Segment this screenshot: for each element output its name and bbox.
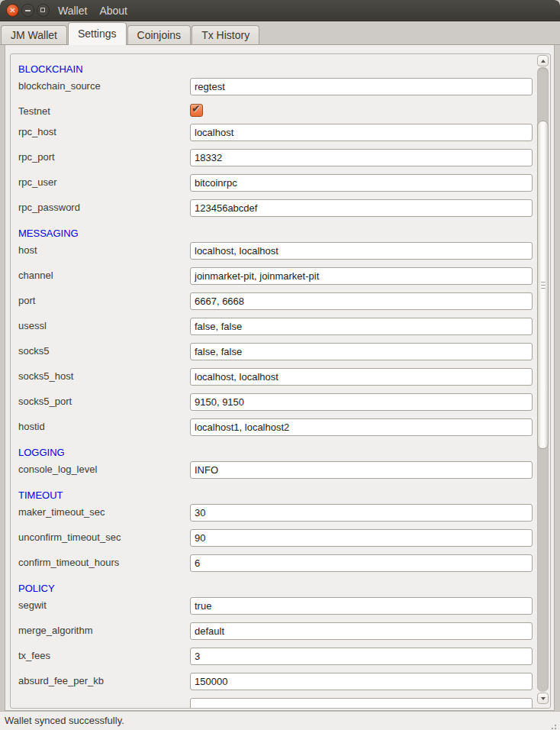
settings-row-socks5: socks5 — [18, 343, 537, 368]
settings-row-maker-timeout-sec: maker_timeout_sec — [18, 504, 537, 529]
settings-row-usessl: usessl — [18, 318, 537, 343]
triangle-down-icon — [541, 697, 546, 700]
field-label: console_log_level — [18, 461, 190, 478]
field-label: socks5 — [18, 343, 190, 360]
field-label: channel — [18, 267, 190, 284]
section-header-timeout: TIMEOUT — [18, 486, 537, 504]
settings-row-rpc-port: rpc_port — [18, 149, 537, 174]
field-input-segwit[interactable] — [190, 597, 533, 615]
settings-row-port: port — [18, 292, 537, 318]
settings-row-socks5-port: socks5_port — [18, 393, 537, 418]
scroll-up-button[interactable] — [537, 55, 549, 66]
field-label: absurd_fee_per_kb — [18, 673, 190, 690]
checkmark-icon: ✔ — [191, 102, 201, 115]
field-label: rpc_host — [18, 124, 190, 141]
field-input-hostid[interactable] — [190, 418, 533, 436]
settings-row-socks5-host: socks5_host — [18, 368, 537, 393]
maximize-button[interactable] — [37, 4, 50, 17]
section-header-blockchain: BLOCKCHAIN — [18, 60, 537, 78]
scroll-down-button[interactable] — [537, 693, 549, 704]
close-icon: ✕ — [7, 5, 18, 16]
resize-grip-icon[interactable] — [555, 725, 556, 726]
field-label: Testnet — [18, 103, 190, 120]
menu-wallet[interactable]: Wallet — [58, 5, 87, 17]
field-label: socks5_host — [18, 368, 190, 385]
close-button[interactable]: ✕ — [6, 4, 19, 17]
vertical-scrollbar[interactable] — [537, 55, 549, 707]
status-bar: Wallet synced successfully. — [0, 711, 560, 730]
field-input-absurd-fee-per-kb[interactable] — [190, 673, 533, 690]
tab-coinjoins[interactable]: Coinjoins — [127, 25, 191, 44]
scrollbar-track[interactable] — [537, 67, 549, 692]
settings-scroll-area: BLOCKCHAINblockchain_sourceTestnet✔rpc_h… — [10, 53, 551, 709]
field-label: rpc_port — [18, 149, 190, 166]
field-label: socks5_port — [18, 393, 190, 410]
field-label: hostid — [18, 418, 190, 435]
minimize-button[interactable] — [21, 4, 34, 17]
field-input-channel[interactable] — [190, 267, 533, 285]
field-label: blockchain_source — [18, 78, 190, 95]
settings-pane: BLOCKCHAINblockchain_sourceTestnet✔rpc_h… — [5, 45, 555, 711]
field-input-rpc-port[interactable] — [190, 149, 533, 166]
field-input-host[interactable] — [190, 242, 533, 260]
section-header-logging: LOGGING — [18, 444, 537, 461]
settings-row-rpc-user: rpc_user — [18, 174, 537, 199]
settings-row-rpc-password: rpc_password — [18, 199, 537, 224]
app-window: ✕ Wallet About JM WalletSettingsCoinjoin… — [0, 0, 560, 730]
section-header-messaging: MESSAGING — [18, 224, 537, 242]
field-input-socks5-port[interactable] — [190, 393, 533, 411]
menu-about[interactable]: About — [99, 5, 127, 17]
field-label: usessl — [18, 318, 190, 334]
settings-row-console-log-level: console_log_level — [18, 461, 537, 486]
checkbox-testnet[interactable]: ✔ — [190, 104, 203, 117]
settings-row-blockchain-source: blockchain_source — [18, 78, 537, 103]
tab-jm-wallet[interactable]: JM Wallet — [1, 25, 67, 44]
field-label: port — [18, 292, 190, 309]
settings-row-partial — [18, 698, 537, 708]
field-input-socks5[interactable] — [190, 343, 533, 360]
field-input-maker-timeout-sec[interactable] — [190, 504, 533, 522]
settings-row-confirm-timeout-hours: confirm_timeout_hours — [18, 554, 537, 580]
field-input-usessl[interactable] — [190, 318, 533, 335]
field-label: rpc_user — [18, 174, 190, 191]
field-input-rpc-host[interactable] — [190, 124, 533, 141]
field-label: host — [18, 242, 190, 259]
field-input-merge-algorithm[interactable] — [190, 622, 533, 640]
settings-row-tx-fees: tx_fees — [18, 648, 537, 673]
field-input-console-log-level[interactable] — [190, 461, 533, 479]
settings-row-rpc-host: rpc_host — [18, 124, 537, 149]
field-input-port[interactable] — [190, 292, 533, 310]
field-label: merge_algorithm — [18, 622, 190, 639]
settings-row-hostid: hostid — [18, 418, 537, 444]
settings-row-channel: channel — [18, 267, 537, 292]
field-label: segwit — [18, 597, 190, 614]
tab-settings[interactable]: Settings — [68, 22, 127, 45]
settings-row-absurd-fee-per-kb: absurd_fee_per_kb — [18, 673, 537, 698]
field-input-rpc-password[interactable] — [190, 199, 533, 217]
settings-row-host: host — [18, 242, 537, 267]
settings-row-unconfirm-timeout-sec: unconfirm_timeout_sec — [18, 529, 537, 554]
field-input-blockchain-source[interactable] — [190, 78, 533, 95]
menubar: Wallet About — [58, 0, 127, 21]
field-label: tx_fees — [18, 648, 190, 664]
minimize-icon — [25, 10, 31, 11]
field-label: rpc_password — [18, 199, 190, 216]
maximize-icon — [40, 8, 45, 12]
field-input-tx-fees[interactable] — [190, 648, 533, 665]
settings-row-merge-algorithm: merge_algorithm — [18, 622, 537, 648]
field-input-confirm-timeout-hours[interactable] — [190, 554, 533, 572]
field-input-socks5-host[interactable] — [190, 368, 533, 386]
field-input-unconfirm-timeout-sec[interactable] — [190, 529, 533, 547]
settings-row-segwit: segwit — [18, 597, 537, 622]
field-label: maker_timeout_sec — [18, 504, 190, 521]
field-input-partial[interactable] — [190, 698, 533, 708]
triangle-up-icon — [541, 60, 546, 63]
field-label: unconfirm_timeout_sec — [18, 529, 190, 546]
settings-row-testnet: Testnet✔ — [18, 103, 537, 124]
titlebar: ✕ Wallet About — [0, 0, 560, 21]
scrollbar-thumb[interactable] — [537, 121, 549, 449]
settings-form: BLOCKCHAINblockchain_sourceTestnet✔rpc_h… — [11, 54, 537, 708]
field-input-rpc-user[interactable] — [190, 174, 533, 192]
status-message: Wallet synced successfully. — [5, 712, 124, 730]
tab-tx-history[interactable]: Tx History — [191, 25, 259, 44]
